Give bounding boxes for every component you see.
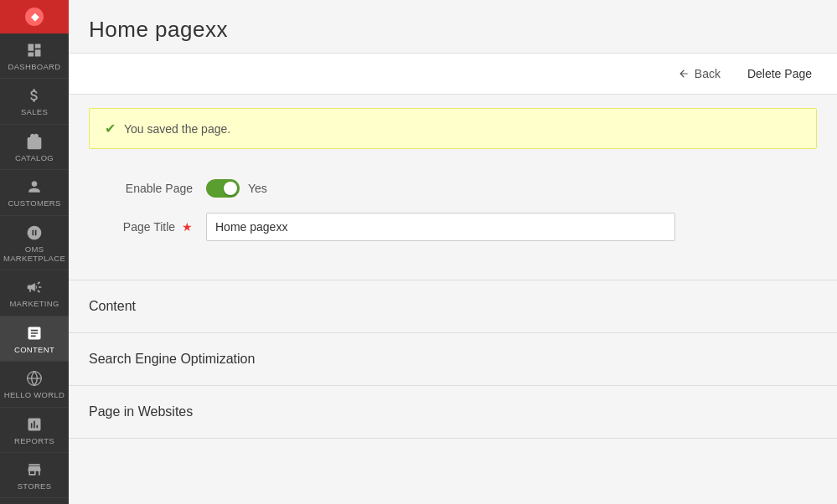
sidebar-item-content-label: CONTENT [14,345,54,354]
oms-icon [26,224,43,241]
seo-section-title[interactable]: Search Engine Optimization [89,352,255,366]
reports-icon [26,416,43,433]
sidebar-item-catalog-label: CATALOG [15,153,54,162]
sidebar-item-reports-label: REPORTS [14,436,54,445]
success-check-icon: ✔ [105,121,116,136]
sales-icon [26,87,43,104]
page-title-row: Page Title ★ [89,213,817,241]
stores-icon [26,461,43,478]
sidebar-item-dashboard-label: DASHBOARD [8,62,61,71]
page-title: Home pagexx [89,17,817,43]
websites-section-header: Page in Websites [69,393,837,431]
required-star: ★ [178,220,193,234]
success-banner: ✔ You saved the page. [89,108,817,149]
toggle-yes-label: Yes [248,182,267,195]
dashboard-icon [26,42,43,59]
websites-section-title[interactable]: Page in Websites [89,404,193,419]
sidebar-item-marketing-label: MARKETING [9,299,59,308]
websites-divider [69,385,837,386]
catalog-icon [26,133,43,150]
enable-page-label: Enable Page [89,182,206,195]
sidebar-item-sales[interactable]: SALES [0,79,69,124]
back-button-label: Back [695,67,721,80]
toolbar: Back Delete Page [69,53,837,95]
sidebar-item-stores[interactable]: STORES [0,453,69,498]
enable-page-toggle[interactable] [206,179,240,198]
marketing-icon [26,279,43,296]
logo-icon: ◆ [25,8,44,26]
page-title-label: Page Title ★ [89,220,206,234]
toggle-wrapper: Yes [206,179,675,198]
sidebar-item-hello-world[interactable]: HELLO WORLD [0,362,69,407]
sidebar-logo: ◆ [0,0,69,33]
sidebar-item-customers-label: CUSTOMERS [8,198,60,208]
sidebar-item-stores-label: STORES [18,481,52,491]
seo-section-header: Search Engine Optimization [69,340,837,378]
page-header: Home pagexx [69,0,837,53]
page-title-input[interactable] [206,213,675,241]
back-arrow-icon [678,68,690,80]
content-section-header: Content [69,287,837,326]
delete-page-label: Delete Page [747,67,812,80]
toggle-thumb [224,182,237,195]
enable-page-field: Yes [206,179,675,198]
main-content: Home pagexx Back Delete Page ✔ You saved… [69,0,837,504]
form-area: Enable Page Yes Page Title ★ [69,162,837,273]
content-section-title[interactable]: Content [89,299,136,313]
customers-icon [26,178,43,195]
sidebar-item-hello-world-label: HELLO WORLD [4,390,65,399]
back-button[interactable]: Back [673,64,726,84]
sidebar-item-marketing[interactable]: MARKETING [0,270,69,316]
hello-world-icon [26,370,43,387]
sidebar-item-oms-label: OMS MARKETPLACE [3,244,65,264]
enable-page-row: Enable Page Yes [89,179,817,198]
sidebar-item-reports[interactable]: REPORTS [0,408,69,453]
sidebar-item-oms[interactable]: OMS MARKETPLACE [0,216,69,271]
websites-bottom-divider [69,438,837,439]
sidebar-item-customers[interactable]: CUSTOMERS [0,170,69,215]
page-title-field [206,213,675,241]
seo-divider [69,332,837,333]
content-divider [69,280,837,280]
sidebar: ◆ DASHBOARD SALES CATALOG CUSTOMERS OMS … [0,0,69,504]
sidebar-item-sales-label: SALES [21,107,48,116]
sidebar-item-catalog[interactable]: CATALOG [0,125,69,170]
sidebar-item-content[interactable]: CONTENT [0,316,69,362]
content-icon [26,325,43,342]
delete-page-button[interactable]: Delete Page [742,64,817,84]
success-message: You saved the page. [124,122,230,136]
sidebar-item-dashboard[interactable]: DASHBOARD [0,33,69,79]
